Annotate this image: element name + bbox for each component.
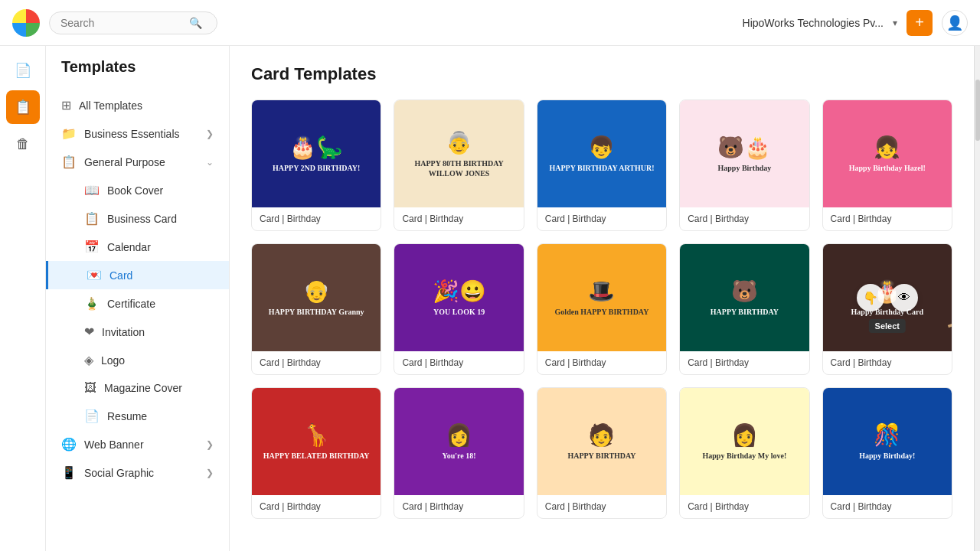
card-label-11: Card | Birthday	[252, 495, 381, 518]
card-label-5: Card | Birthday	[823, 207, 952, 230]
social-graphic-label: Social Graphic	[84, 467, 154, 479]
card-item-3[interactable]: 👦 HAPPY BIRTHDAY ARTHUR! Card | Birthday	[537, 99, 667, 231]
business-card-label: Business Card	[107, 213, 177, 225]
card-grid: 🎂🦕 HAPPY 2ND BIRTHDAY! Card | Birthday 👵…	[251, 99, 952, 519]
all-templates-icon: ⊞	[61, 98, 71, 112]
calendar-icon: 📅	[84, 240, 100, 254]
card-icon: 💌	[87, 268, 102, 282]
business-card-icon: 📋	[84, 211, 100, 226]
card-thumbnail-6: 👴 HAPPY BIRTHDAY Granny	[252, 244, 381, 351]
general-purpose-icon: 📋	[61, 155, 77, 169]
sidebar: Templates ⊞ All Templates 📁 Business Ess…	[46, 46, 230, 551]
sidebar-item-resume[interactable]: 📄 Resume	[46, 402, 229, 430]
web-banner-icon: 🌐	[61, 437, 77, 452]
invitation-label: Invitation	[102, 326, 145, 338]
sidebar-item-magazine-cover[interactable]: 🖼 Magazine Cover	[46, 374, 229, 402]
card-thumbnail-12: 👩 You're 18!	[394, 388, 523, 495]
topbar-right: HipoWorks Technologies Pv... ▾ + 👤	[743, 10, 968, 36]
card-label-8: Card | Birthday	[537, 351, 666, 374]
general-purpose-label: General Purpose	[84, 156, 165, 168]
card-item-6[interactable]: 👴 HAPPY BIRTHDAY Granny Card | Birthday	[251, 243, 381, 375]
iconbar-trash[interactable]: 🗑	[6, 127, 40, 161]
card-item-2[interactable]: 👵 HAPPY 80TH BIRTHDAY WILLOW JONES Card …	[394, 99, 524, 231]
sidebar-item-social-graphic[interactable]: 📱 Social Graphic ❯	[46, 458, 229, 487]
select-button-10[interactable]: 👇	[857, 284, 884, 311]
sidebar-item-calendar[interactable]: 📅 Calendar	[46, 233, 229, 261]
company-name: HipoWorks Technologies Pv...	[743, 17, 884, 29]
main-layout: 📄 📋 🗑 Templates ⊞ All Templates 📁 Busine…	[0, 46, 980, 551]
card-label-15: Card | Birthday	[823, 495, 952, 518]
card-thumbnail-11: 🦒 HAPPY BELATED BIRTHDAY	[252, 388, 381, 495]
card-item-8[interactable]: 🎩 Golden HAPPY BIRTHDAY Card | Birthday	[537, 243, 667, 375]
user-avatar[interactable]: 👤	[942, 10, 968, 36]
sidebar-item-all-templates[interactable]: ⊞ All Templates	[46, 91, 229, 119]
social-graphic-icon: 📱	[61, 465, 77, 480]
card-label: Card	[109, 269, 132, 282]
card-item-14[interactable]: 👩 Happy Birthday My love! Card | Birthda…	[679, 387, 809, 519]
logo-icon[interactable]	[12, 9, 40, 37]
card-label-9: Card | Birthday	[680, 351, 808, 374]
sidebar-title: Templates	[46, 58, 229, 88]
content-area: Card Templates 🎂🦕 HAPPY 2ND BIRTHDAY! Ca…	[230, 46, 974, 551]
card-thumbnail-9: 🐻 HAPPY BIRTHDAY	[680, 244, 808, 351]
all-templates-label: All Templates	[79, 99, 142, 112]
card-thumbnail-14: 👩 Happy Birthday My love!	[680, 388, 808, 495]
sidebar-item-business-card[interactable]: 📋 Business Card	[46, 204, 229, 233]
card-thumbnail-4: 🐻🎂 Happy Birthday	[680, 100, 808, 207]
card-label-13: Card | Birthday	[537, 495, 666, 518]
card-label-10: Card | Birthday	[823, 351, 952, 374]
scrollbar[interactable]	[974, 46, 980, 551]
search-bar[interactable]: 🔍	[49, 11, 217, 34]
card-overlay-10: 👇 👁 Select	[857, 284, 918, 311]
web-banner-chevron: ❯	[206, 439, 214, 450]
card-item-9[interactable]: 🐻 HAPPY BIRTHDAY Card | Birthday	[679, 243, 809, 375]
sidebar-item-web-banner[interactable]: 🌐 Web Banner ❯	[46, 430, 229, 458]
magazine-cover-icon: 🖼	[84, 381, 96, 395]
business-essentials-chevron: ❯	[206, 129, 214, 139]
search-input[interactable]	[60, 17, 183, 29]
card-thumbnail-15: 🎊 Happy Birthday!	[823, 388, 952, 495]
page-title: Card Templates	[251, 64, 952, 84]
business-essentials-label: Business Essentials	[84, 128, 180, 140]
preview-button-10[interactable]: 👁	[890, 284, 918, 311]
scrollbar-thumb[interactable]	[975, 80, 980, 141]
card-item-5[interactable]: 👧 Happy Birthday Hazel! Card | Birthday	[822, 99, 952, 231]
sidebar-item-general-purpose[interactable]: 📋 General Purpose ⌄	[46, 148, 229, 176]
iconbar-doc[interactable]: 📄	[6, 54, 40, 87]
resume-label: Resume	[107, 410, 147, 422]
card-item-7[interactable]: 🎉😀 YOU LOOK 19 Card | Birthday	[394, 243, 524, 375]
social-graphic-chevron: ❯	[206, 468, 214, 478]
card-label-4: Card | Birthday	[680, 207, 808, 230]
card-thumbnail-5: 👧 Happy Birthday Hazel!	[823, 100, 952, 207]
sidebar-item-book-cover[interactable]: 📖 Book Cover	[46, 176, 229, 204]
card-thumbnail-3: 👦 HAPPY BIRTHDAY ARTHUR!	[537, 100, 666, 207]
card-item-12[interactable]: 👩 You're 18! Card | Birthday	[394, 387, 524, 519]
card-label-3: Card | Birthday	[537, 207, 666, 230]
iconbar-templates[interactable]: 📋	[6, 90, 40, 124]
card-label-6: Card | Birthday	[252, 351, 381, 374]
sidebar-item-certificate[interactable]: 🎍 Certificate	[46, 289, 229, 318]
sidebar-item-logo[interactable]: ◈ Logo	[46, 346, 229, 374]
card-thumbnail-1: 🎂🦕 HAPPY 2ND BIRTHDAY!	[252, 100, 381, 207]
logo-label: Logo	[101, 354, 125, 367]
card-thumbnail-13: 🧑 HAPPY BIRTHDAY	[537, 388, 666, 495]
logo-nav-icon: ◈	[84, 353, 93, 367]
sidebar-item-business-essentials[interactable]: 📁 Business Essentials ❯	[46, 119, 229, 148]
company-dropdown-arrow[interactable]: ▾	[893, 18, 897, 28]
card-item-4[interactable]: 🐻🎂 Happy Birthday Card | Birthday	[679, 99, 809, 231]
card-item-10[interactable]: 🎂 Happy Birthday Card 👇 👁 Select Card | …	[822, 243, 952, 375]
sidebar-section-main: ⊞ All Templates 📁 Business Essentials ❯ …	[46, 88, 229, 490]
business-essentials-icon: 📁	[61, 126, 77, 141]
card-item-13[interactable]: 🧑 HAPPY BIRTHDAY Card | Birthday	[537, 387, 667, 519]
add-button[interactable]: +	[906, 10, 933, 36]
topbar: 🔍 HipoWorks Technologies Pv... ▾ + 👤	[0, 0, 980, 46]
card-item-11[interactable]: 🦒 HAPPY BELATED BIRTHDAY Card | Birthday	[251, 387, 381, 519]
sidebar-item-invitation[interactable]: ❤ Invitation	[46, 318, 229, 346]
sidebar-item-card[interactable]: 💌 Card	[46, 261, 229, 289]
card-item-15[interactable]: 🎊 Happy Birthday! Card | Birthday	[822, 387, 952, 519]
card-thumbnail-8: 🎩 Golden HAPPY BIRTHDAY	[537, 244, 666, 351]
invitation-icon: ❤	[84, 324, 94, 339]
card-thumbnail-10: 🎂 Happy Birthday Card 👇 👁 Select	[823, 244, 952, 351]
book-cover-icon: 📖	[84, 183, 100, 197]
card-item-1[interactable]: 🎂🦕 HAPPY 2ND BIRTHDAY! Card | Birthday	[251, 99, 381, 231]
